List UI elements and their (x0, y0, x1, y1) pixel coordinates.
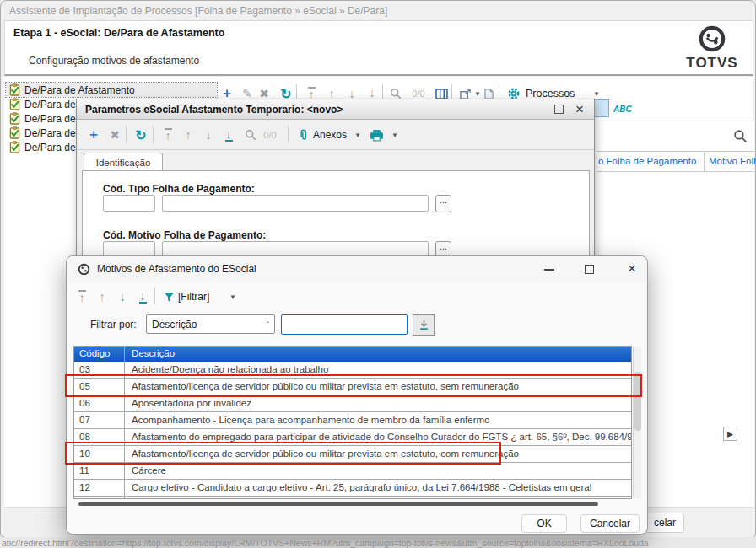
tipo-folha-code-input[interactable] (103, 195, 155, 212)
sidebar-item-depara-afastamento[interactable]: De/Para de Afastamento (6, 83, 217, 97)
toolbar-separator (154, 287, 155, 304)
grid-header-row: o Folha de Pagamento Motivo Folha (597, 153, 754, 172)
clipboard-check-icon (9, 126, 20, 139)
ok-button[interactable]: OK (521, 514, 567, 533)
column-header-codigo[interactable]: Código (74, 347, 125, 362)
row-desc: Cárcere (125, 463, 631, 479)
scrollbar-thumb[interactable] (634, 372, 641, 431)
table-row[interactable]: 10Afastamento/licença de servidor públic… (74, 446, 631, 463)
cancel-button-partial[interactable]: celar (645, 513, 684, 533)
column-header-descricao[interactable]: Descrição (125, 347, 631, 362)
filter-text-input[interactable] (281, 314, 408, 335)
close-button[interactable]: × (624, 260, 640, 278)
wizard-header: Etapa 1 - eSocial: De/Para de Afastament… (4, 20, 753, 76)
close-button[interactable]: × (575, 102, 584, 116)
previous-record-icon[interactable]: ↑ (180, 126, 197, 144)
chevron-down-icon: ˆ (267, 320, 269, 329)
next-record-icon[interactable]: ↓ (200, 126, 217, 144)
row-code: 12 (74, 480, 125, 496)
row-desc: Cargo eletivo - Candidato a cargo eletiv… (125, 480, 631, 496)
search-icon (733, 129, 748, 143)
row-desc: Acompanhamento - Licença para acompanham… (125, 412, 631, 428)
table-vertical-scrollbar[interactable] (633, 347, 641, 498)
toolbar-separator (288, 126, 289, 142)
totvs-logo-text: TOTVS (685, 55, 739, 72)
clipboard-check-icon (9, 98, 20, 110)
clipboard-check-icon (9, 83, 20, 96)
grid-column-divider (704, 153, 705, 172)
motivos-table: Código Descrição 03Acidente/Doença não r… (73, 346, 632, 499)
tipo-folha-desc-input[interactable] (162, 195, 429, 212)
row-code: 11 (74, 463, 125, 479)
first-record-icon[interactable]: ↑ (159, 126, 176, 144)
search-icon[interactable] (242, 126, 259, 144)
spellcheck-abc-icon[interactable]: ABC (613, 105, 632, 114)
row-desc: Afastamento do empregado para participar… (125, 429, 631, 445)
maximize-button[interactable] (585, 265, 594, 274)
table-row[interactable]: 12Cargo eletivo - Candidato a cargo elet… (74, 480, 631, 497)
clipboard-check-icon (9, 112, 20, 125)
grid-search-bar[interactable] (597, 121, 754, 152)
last-record-icon[interactable]: ↓ (134, 287, 151, 306)
table-row[interactable]: 07Acompanhamento - Licença para acompanh… (74, 412, 631, 429)
anexos-button[interactable]: Anexos (313, 126, 352, 144)
row-code: 07 (74, 412, 125, 428)
row-code: 06 (74, 395, 125, 411)
row-desc: Afastamento/licença de servidor público … (125, 446, 631, 462)
print-icon[interactable] (367, 126, 386, 144)
refresh-icon[interactable]: ↻ (132, 126, 149, 144)
table-row[interactable]: 06Aposentadoria por invalidez (74, 395, 631, 412)
next-record-icon[interactable]: ↓ (114, 287, 131, 306)
dialog-parametros-title: Parametros eSocial Afastamento Temporari… (85, 104, 343, 116)
delete-icon[interactable]: ✖ (107, 126, 122, 144)
first-record-icon[interactable]: ↑ (73, 287, 90, 306)
table-horizontal-scrollbar[interactable] (78, 502, 598, 506)
row-code: 13 (74, 497, 125, 499)
add-button[interactable]: + (85, 126, 102, 144)
filter-field-select[interactable]: Descrição ˆ (146, 314, 275, 334)
table-row[interactable]: 13Cargo Eletivo - Candidatos a cargo ele… (74, 497, 631, 499)
print-caret-icon[interactable]: ▾ (391, 126, 399, 144)
minimize-button[interactable] (544, 269, 554, 271)
dialog-motivos-title: Motivos de Afastamento do ESocial (97, 263, 256, 275)
toggled-toolbar-icon[interactable] (593, 99, 609, 117)
row-code: 08 (74, 429, 125, 445)
dialog-motivos-toolbar: ↑ ↑ ↓ ↓ [Filtrar] ▾ (67, 282, 647, 310)
paperclip-icon[interactable] (296, 126, 310, 144)
filter-by-label: Filtrar por: (90, 319, 137, 330)
scroll-right-button[interactable]: ▶ (723, 427, 737, 441)
previous-record-icon[interactable]: ↑ (94, 287, 111, 306)
sidebar-item-label: De/Para de (24, 99, 76, 110)
row-desc: Aposentadoria por invalidez (125, 395, 631, 411)
grid-column-motivo-folha[interactable]: Motivo Folha (709, 156, 756, 166)
apply-filter-button[interactable] (413, 314, 435, 336)
toolbar-separator (153, 126, 154, 142)
cancel-button[interactable]: Cancelar (580, 514, 640, 533)
record-count: 0/0 (259, 126, 281, 144)
sidebar-item-label: De/Para de (24, 142, 76, 153)
field-label-tipo-folha: Cód. Tipo Folha de Pagamento: (103, 183, 255, 195)
step-title: Etapa 1 - eSocial: De/Para de Afastament… (14, 27, 224, 39)
row-desc: Acidente/Doença não relacionada ao traba… (125, 362, 631, 378)
tipo-folha-browse-button[interactable]: ... (435, 195, 451, 212)
window-title: Assistente de Implantação de Processos [… (9, 5, 387, 17)
filtrar-button[interactable]: [Filtrar] (178, 287, 225, 306)
step-subtitle: Configuração motivos de afastamento (29, 55, 199, 67)
filter-funnel-icon[interactable] (161, 287, 176, 306)
anexos-caret-icon[interactable]: ▾ (354, 126, 362, 144)
maximize-button[interactable] (554, 105, 564, 114)
table-row[interactable]: 11Cárcere (74, 463, 631, 480)
last-record-icon[interactable]: ↓ (220, 126, 237, 144)
sidebar-item-label: De/Para de (24, 127, 76, 139)
dialog-motivos-afastamento: Motivos de Afastamento do ESocial × ↑ ↑ … (66, 255, 648, 535)
table-row[interactable]: 08Afastamento do empregado para particip… (74, 429, 631, 446)
table-row[interactable]: 05Afastamento/licença de servidor públic… (74, 379, 631, 395)
tab-identificacao[interactable]: Identificação (84, 153, 163, 171)
row-code: 03 (74, 362, 125, 378)
sidebar-item-label: De/Para de Afastamento (24, 84, 135, 96)
filtrar-caret-icon[interactable]: ▾ (229, 287, 237, 306)
status-url-text: atic//redirect.html?destination=https://… (2, 538, 756, 548)
row-code: 05 (74, 379, 125, 395)
table-row[interactable]: 03Acidente/Doença não relacionada ao tra… (74, 362, 631, 379)
grid-column-tipo-folha[interactable]: o Folha de Pagamento (598, 156, 696, 166)
